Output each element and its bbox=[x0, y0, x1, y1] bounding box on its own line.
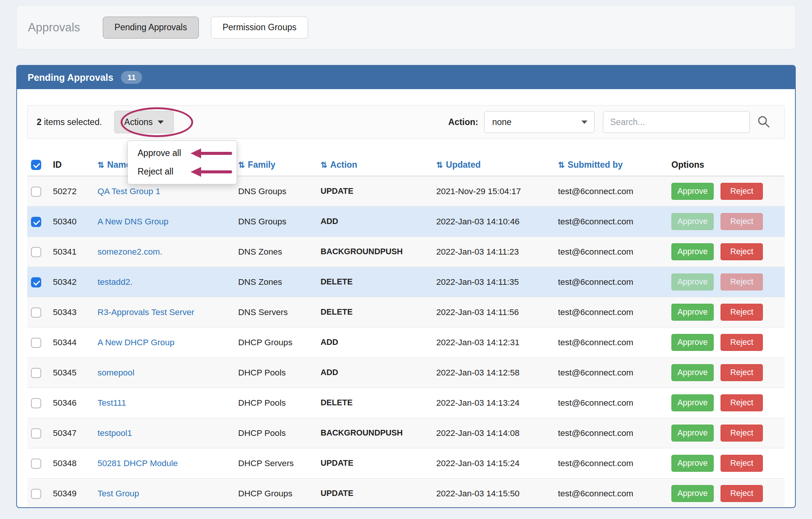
reject-button[interactable]: Reject bbox=[721, 183, 763, 200]
row-checkbox[interactable] bbox=[31, 338, 41, 348]
cell-action: BACKGROUNDPUSH bbox=[317, 418, 432, 448]
cell-submitted: test@6connect.com bbox=[554, 418, 668, 448]
approve-button[interactable]: Approve bbox=[671, 485, 714, 502]
cell-name: A New DNS Group bbox=[94, 207, 234, 237]
row-checkbox[interactable] bbox=[31, 368, 41, 378]
row-checkbox[interactable] bbox=[31, 489, 41, 499]
actions-dropdown-button[interactable]: Actions bbox=[114, 111, 174, 133]
cell-options: Approve Reject bbox=[668, 388, 785, 418]
column-header-submitted-by[interactable]: ⇅Submitted by bbox=[554, 154, 668, 176]
cell-id: 50346 bbox=[49, 388, 94, 418]
row-name-link[interactable]: somezone2.com. bbox=[98, 247, 162, 256]
cell-action: ADD bbox=[317, 327, 432, 358]
column-header-updated[interactable]: ⇅Updated bbox=[432, 154, 554, 176]
reject-button[interactable]: Reject bbox=[721, 273, 763, 290]
tab-pending-approvals[interactable]: Pending Approvals bbox=[103, 17, 199, 39]
cell-action: ADD bbox=[317, 358, 432, 388]
approve-button[interactable]: Approve bbox=[671, 455, 714, 472]
cell-options: Approve Reject bbox=[668, 327, 785, 358]
row-name-link[interactable]: R3-Approvals Test Server bbox=[98, 307, 194, 317]
reject-button[interactable]: Reject bbox=[721, 364, 763, 381]
approvals-table-body: 50272 QA Test Group 1 DNS Groups UPDATE … bbox=[27, 176, 785, 508]
cell-id: 50344 bbox=[49, 327, 94, 358]
menu-item-approve-all[interactable]: Approve all bbox=[128, 144, 237, 162]
row-name-link[interactable]: 50281 DHCP Module bbox=[98, 459, 178, 468]
row-checkbox[interactable] bbox=[31, 307, 41, 318]
row-name-link[interactable]: somepool bbox=[98, 368, 135, 377]
reject-button[interactable]: Reject bbox=[721, 455, 763, 472]
cell-name: Test111 bbox=[94, 388, 234, 418]
row-checkbox[interactable] bbox=[31, 217, 41, 227]
approve-button[interactable]: Approve bbox=[671, 304, 714, 321]
row-checkbox-cell bbox=[27, 297, 49, 327]
table-row: 50344 A New DHCP Group DHCP Groups ADD 2… bbox=[27, 327, 785, 358]
reject-button[interactable]: Reject bbox=[721, 334, 763, 351]
toolbar-right: Action: none bbox=[448, 111, 775, 133]
approve-button[interactable]: Approve bbox=[671, 334, 714, 351]
row-name-link[interactable]: Test111 bbox=[98, 398, 126, 408]
row-checkbox[interactable] bbox=[31, 247, 41, 257]
cell-family: DNS Zones bbox=[234, 237, 317, 267]
search-icon bbox=[757, 115, 770, 130]
row-checkbox[interactable] bbox=[31, 187, 41, 197]
search-input[interactable] bbox=[603, 111, 750, 133]
cell-action: DELETE bbox=[317, 388, 432, 418]
row-checkbox-cell bbox=[27, 267, 49, 297]
row-name-link[interactable]: testpool1 bbox=[98, 428, 132, 438]
row-name-link[interactable]: Test Group bbox=[98, 489, 139, 498]
actions-button-label: Actions bbox=[124, 117, 153, 127]
column-header-action[interactable]: ⇅Action bbox=[317, 154, 432, 176]
reject-button[interactable]: Reject bbox=[721, 425, 763, 442]
reject-button[interactable]: Reject bbox=[721, 485, 763, 502]
approve-button[interactable]: Approve bbox=[671, 273, 714, 290]
reject-button[interactable]: Reject bbox=[721, 304, 763, 321]
cell-name: testadd2. bbox=[94, 267, 234, 297]
cell-updated: 2022-Jan-03 14:10:46 bbox=[432, 207, 554, 237]
tab-permission-groups[interactable]: Permission Groups bbox=[211, 17, 308, 39]
cell-updated: 2022-Jan-03 14:15:24 bbox=[432, 448, 554, 479]
cell-updated: 2022-Jan-03 14:14:08 bbox=[432, 418, 554, 448]
action-select[interactable]: none bbox=[484, 111, 595, 133]
table-row: 50343 R3-Approvals Test Server DNS Serve… bbox=[27, 297, 785, 327]
row-checkbox[interactable] bbox=[31, 459, 41, 469]
cell-family: DHCP Groups bbox=[234, 327, 317, 358]
cell-family: DHCP Pools bbox=[234, 388, 317, 418]
row-name-link[interactable]: A New DNS Group bbox=[98, 217, 169, 226]
approve-button[interactable]: Approve bbox=[671, 243, 714, 260]
reject-button[interactable]: Reject bbox=[721, 243, 763, 260]
approve-button[interactable]: Approve bbox=[671, 394, 714, 411]
cell-family: DNS Servers bbox=[234, 297, 317, 327]
arrow-left-icon bbox=[191, 167, 201, 177]
action-select-value: none bbox=[492, 117, 511, 127]
menu-item-reject-all[interactable]: Reject all bbox=[128, 162, 237, 181]
cell-name: A New DHCP Group bbox=[94, 327, 234, 358]
page-title: Approvals bbox=[28, 21, 80, 34]
action-filter-label: Action: bbox=[448, 117, 478, 127]
column-header-family[interactable]: ⇅Family bbox=[234, 154, 317, 176]
row-checkbox[interactable] bbox=[31, 277, 41, 287]
row-checkbox[interactable] bbox=[31, 428, 41, 439]
reject-button[interactable]: Reject bbox=[721, 213, 763, 230]
approve-button[interactable]: Approve bbox=[671, 183, 714, 200]
column-header-options: Options bbox=[668, 154, 785, 176]
approve-button[interactable]: Approve bbox=[671, 213, 714, 230]
row-name-link[interactable]: QA Test Group 1 bbox=[98, 187, 160, 196]
cell-family: DNS Zones bbox=[234, 267, 317, 297]
row-name-link[interactable]: A New DHCP Group bbox=[98, 338, 174, 347]
approve-button[interactable]: Approve bbox=[671, 425, 714, 442]
cell-submitted: test@6connect.com bbox=[554, 297, 668, 327]
cell-updated: 2021-Nov-29 15:04:17 bbox=[432, 176, 554, 207]
select-all-checkbox[interactable] bbox=[31, 160, 41, 170]
table-row: 50348 50281 DHCP Module DHCP Servers UPD… bbox=[27, 448, 785, 479]
cell-updated: 2022-Jan-03 14:15:50 bbox=[432, 479, 554, 508]
row-checkbox[interactable] bbox=[31, 398, 41, 408]
approve-button[interactable]: Approve bbox=[671, 364, 714, 381]
cell-action: UPDATE bbox=[317, 176, 432, 207]
reject-button[interactable]: Reject bbox=[721, 394, 763, 411]
panel-body: 2 items selected. Actions Action: none bbox=[17, 89, 795, 508]
row-name-link[interactable]: testadd2. bbox=[98, 277, 133, 287]
cell-options: Approve Reject bbox=[668, 297, 785, 327]
cell-options: Approve Reject bbox=[668, 479, 785, 508]
column-header-id: ID bbox=[49, 154, 94, 176]
search-button[interactable] bbox=[752, 111, 775, 133]
